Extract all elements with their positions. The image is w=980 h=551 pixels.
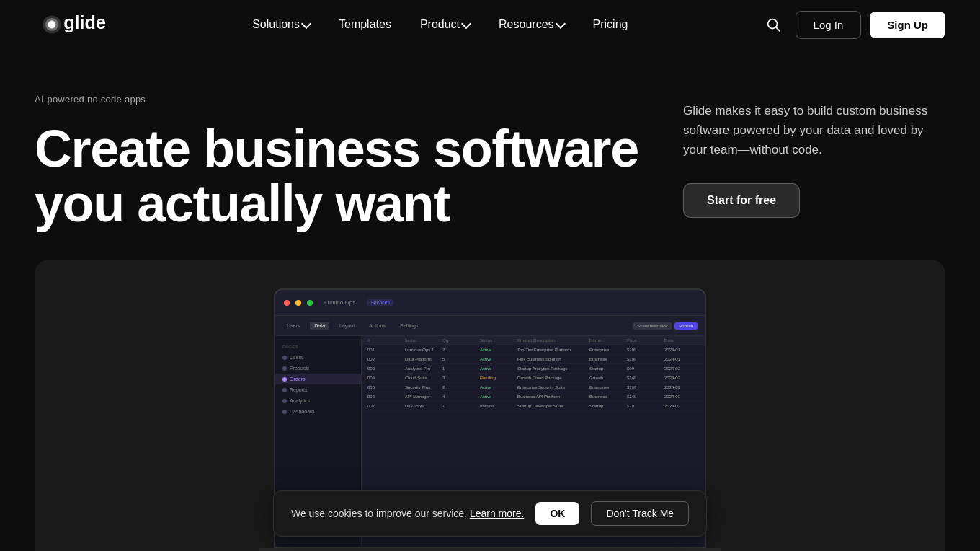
svg-point-2 <box>48 21 56 29</box>
chevron-down-icon <box>461 18 471 28</box>
window-close-dot <box>284 300 290 306</box>
sidebar-item-analytics[interactable]: Analytics <box>275 395 361 406</box>
sidebar-item-dot <box>282 377 287 382</box>
table-row: 005 Security Plus 2 Active Enterprise Se… <box>362 383 705 392</box>
app-status-badge: Services <box>367 299 393 306</box>
window-maximize-dot <box>307 300 313 306</box>
table-row: 004 Cloud Suite 3 Pending Growth Cloud P… <box>362 374 705 383</box>
navbar: glide Solutions Templates Product Resour… <box>0 0 980 49</box>
data-table: # Items Qty Status Product Description N… <box>362 336 705 411</box>
hero-left: AI-powered no code apps Create business … <box>35 92 654 231</box>
table-row: 006 API Manager 4 Active Business API Pl… <box>362 392 705 402</box>
app-topbar: Lumino Ops Services <box>275 290 705 316</box>
table-row: 003 Analytics Pro 1 Active Startup Analy… <box>362 364 705 374</box>
hero-right: Glide makes it easy to build custom busi… <box>683 92 943 231</box>
sidebar-item-dot <box>282 399 287 403</box>
nav-right: Log In Sign Up <box>760 11 945 39</box>
login-button[interactable]: Log In <box>796 11 862 39</box>
search-icon <box>765 17 781 32</box>
col-description: Product Description <box>517 338 587 343</box>
nav-links: Solutions Templates Product Resources Pr… <box>241 12 639 37</box>
cookie-dont-track-button[interactable]: Don't Track Me <box>591 501 689 526</box>
app-toolbar: Users Data Layout Actions Settings Share… <box>275 316 705 336</box>
sidebar-item-users[interactable]: Users <box>275 352 361 363</box>
col-status: Status <box>480 338 514 343</box>
start-for-free-button[interactable]: Start for free <box>683 183 800 218</box>
app-tab-settings[interactable]: Settings <box>396 322 422 330</box>
sidebar-item-dot <box>282 356 287 360</box>
col-name: Name <box>589 338 624 343</box>
logo-text: glide <box>63 12 106 32</box>
app-tab-layout[interactable]: Layout <box>335 322 359 330</box>
cookie-message: We use cookies to improve our service. L… <box>291 508 524 519</box>
col-id: # <box>368 338 402 343</box>
laptop-base <box>259 548 721 551</box>
app-tab-actions[interactable]: Actions <box>365 322 390 330</box>
app-tab-data[interactable]: Data <box>310 322 329 330</box>
sidebar-item-orders[interactable]: Orders <box>275 374 361 384</box>
nav-item-resources[interactable]: Resources <box>487 12 575 37</box>
hero-section: AI-powered no code apps Create business … <box>0 49 980 260</box>
signup-button[interactable]: Sign Up <box>870 12 945 38</box>
table-row: 002 Data Platform 5 Active Flex Business… <box>362 355 705 364</box>
chevron-down-icon <box>301 18 311 28</box>
sidebar-item-dot <box>282 410 287 414</box>
table-row: 007 Dev Tools 1 Inactive Startup Develop… <box>362 402 705 411</box>
col-price: Price <box>627 338 662 343</box>
nav-item-pricing[interactable]: Pricing <box>582 12 640 37</box>
col-items: Items <box>405 338 440 343</box>
svg-line-4 <box>776 27 780 31</box>
sidebar-item-products[interactable]: Products <box>275 363 361 374</box>
sidebar-item-dashboard[interactable]: Dashboard <box>275 406 361 417</box>
nav-item-product[interactable]: Product <box>409 12 481 37</box>
logo[interactable]: glide <box>35 12 121 38</box>
hero-description: Glide makes it easy to build custom busi… <box>683 101 943 160</box>
hero-title: Create business software you actually wa… <box>35 122 654 231</box>
table-header: # Items Qty Status Product Description N… <box>362 336 705 345</box>
search-button[interactable] <box>760 11 787 38</box>
share-feedback-button[interactable]: Share feedback <box>633 322 672 330</box>
window-minimize-dot <box>295 300 301 306</box>
app-tab-users[interactable]: Users <box>282 322 304 330</box>
cookie-banner: We use cookies to improve our service. L… <box>273 490 707 537</box>
publish-button[interactable]: Publish <box>674 322 698 330</box>
table-row: 001 Luminus Ops 1 2 Active Top Tier Ente… <box>362 345 705 355</box>
col-date: Date <box>664 338 699 343</box>
sidebar-section-label: Pages <box>275 342 361 352</box>
col-qty: Qty <box>442 338 477 343</box>
hero-badge: AI-powered no code apps <box>35 94 146 105</box>
app-title: Lumino Ops <box>324 299 355 306</box>
sidebar-item-reports[interactable]: Reports <box>275 384 361 395</box>
sidebar-item-dot <box>282 366 287 371</box>
learn-more-link[interactable]: Learn more. <box>470 508 524 519</box>
nav-item-templates[interactable]: Templates <box>327 12 403 37</box>
cookie-ok-button[interactable]: OK <box>535 502 579 525</box>
sidebar-item-dot <box>282 388 287 392</box>
nav-item-solutions[interactable]: Solutions <box>241 12 321 37</box>
chevron-down-icon <box>555 18 565 28</box>
